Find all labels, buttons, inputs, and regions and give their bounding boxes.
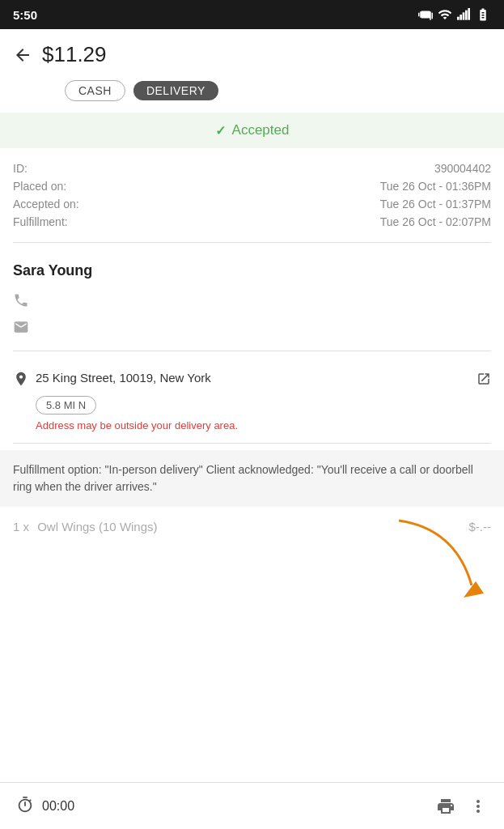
svg-rect-0: [457, 17, 460, 20]
address-section: 25 King Street, 10019, New York 5.8 MI N…: [0, 358, 504, 443]
distance-badge: 5.8 MI N: [36, 396, 96, 414]
fulfillment-label: Fulfillment:: [13, 215, 68, 228]
email-row[interactable]: [13, 316, 491, 342]
main-content: $11.29 CASH DELIVERY ✓ Accepted ID: 3900…: [0, 29, 504, 829]
divider-2: [13, 351, 491, 351]
print-button[interactable]: [436, 797, 455, 816]
fulfillment-value: Tue 26 Oct - 02:07PM: [380, 215, 491, 228]
status-time: 5:50: [13, 8, 37, 22]
status-bar: 5:50: [0, 0, 504, 29]
address-text: 25 King Street, 10019, New York: [36, 371, 211, 385]
wifi-icon: [438, 7, 452, 22]
location-icon: [13, 371, 29, 389]
order-id-value: 390004402: [434, 162, 491, 175]
vibrate-icon: [418, 7, 433, 22]
fulfillment-section: Fulfillment option: "In-person delivery"…: [0, 450, 504, 507]
divider-3: [13, 443, 491, 444]
accepted-text: Accepted: [232, 122, 290, 138]
address-row: 25 King Street, 10019, New York: [13, 371, 491, 389]
cash-tag: CASH: [65, 80, 125, 101]
svg-rect-4: [468, 8, 470, 20]
battery-icon: [475, 7, 491, 22]
customer-name: Sara Young: [13, 262, 491, 279]
phone-row[interactable]: [13, 289, 491, 316]
accepted-on-value: Tue 26 Oct - 01:37PM: [380, 198, 491, 210]
order-id-row: ID: 390004402: [13, 159, 491, 177]
accepted-on-row: Accepted on: Tue 26 Oct - 01:37PM: [13, 195, 491, 213]
placed-on-label: Placed on:: [13, 180, 66, 193]
fulfillment-note: Fulfillment option: "In-person delivery"…: [13, 461, 491, 495]
item-quantity-name: 1 x Owl Wings (10 Wings): [13, 520, 158, 534]
svg-marker-5: [464, 581, 484, 597]
back-button[interactable]: [13, 45, 32, 65]
timer-section: 00:00: [16, 796, 74, 816]
more-options-button[interactable]: [468, 797, 488, 816]
delivery-tag: DELIVERY: [133, 81, 218, 100]
item-quantity: 1 x: [13, 520, 29, 534]
phone-icon: [13, 292, 36, 312]
fulfillment-row: Fulfillment: Tue 26 Oct - 02:07PM: [13, 213, 491, 231]
item-name: Owl Wings (10 Wings): [37, 520, 157, 534]
back-arrow-icon: [13, 45, 32, 65]
external-link-icon[interactable]: [476, 372, 491, 389]
signal-icon: [457, 7, 470, 22]
order-id-label: ID:: [13, 162, 28, 175]
placed-on-value: Tue 26 Oct - 01:36PM: [380, 180, 491, 193]
divider-1: [13, 242, 491, 243]
timer-icon: [16, 796, 34, 816]
svg-rect-3: [465, 11, 468, 20]
bottom-actions: [436, 797, 488, 816]
order-total: $11.29: [42, 42, 107, 67]
bottom-bar: 00:00: [0, 782, 504, 829]
header: $11.29: [0, 29, 504, 77]
timer-value: 00:00: [42, 799, 74, 814]
email-icon: [13, 319, 36, 339]
arrow-annotation: [391, 512, 488, 602]
check-icon: ✓: [215, 123, 226, 138]
svg-rect-1: [460, 15, 462, 20]
tags-row: CASH DELIVERY: [0, 77, 504, 113]
address-left: 25 King Street, 10019, New York: [13, 371, 476, 389]
customer-section: Sara Young: [0, 249, 504, 351]
address-warning: Address may be outside your delivery are…: [36, 419, 491, 432]
placed-on-row: Placed on: Tue 26 Oct - 01:36PM: [13, 177, 491, 195]
order-info-section: ID: 390004402 Placed on: Tue 26 Oct - 01…: [0, 148, 504, 242]
svg-rect-2: [463, 12, 465, 19]
status-icons: [418, 7, 491, 22]
bottom-spacer: [0, 593, 504, 650]
accepted-banner: ✓ Accepted: [0, 113, 504, 148]
accepted-on-label: Accepted on:: [13, 198, 79, 210]
